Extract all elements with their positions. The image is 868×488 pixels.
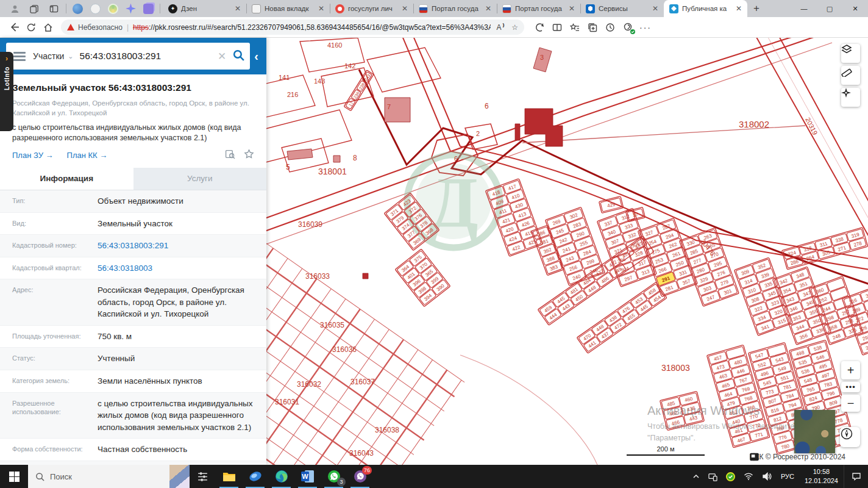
plan-zu-link[interactable]: План ЗУ → bbox=[12, 151, 54, 160]
split-screen-icon[interactable] bbox=[549, 20, 565, 35]
more-tools-button[interactable]: ••• bbox=[841, 382, 860, 392]
close-button[interactable]: ✕ bbox=[842, 0, 868, 17]
read-aloud-icon[interactable]: A❫ bbox=[497, 23, 506, 32]
browser-tab-3[interactable]: Портал госуда ✕ bbox=[413, 0, 497, 17]
map-line bbox=[460, 355, 599, 465]
preview-icon[interactable] bbox=[225, 149, 235, 162]
browser-essentials-icon[interactable] bbox=[532, 20, 547, 35]
favorite-star-icon[interactable]: ☆ bbox=[511, 23, 518, 32]
start-button[interactable] bbox=[0, 465, 28, 488]
parcel-block[interactable]: 324318311338319286264305271278 bbox=[782, 228, 868, 270]
browser-tab-4[interactable]: Портал госуда ✕ bbox=[497, 0, 580, 17]
browser-tab-2[interactable]: госуслуги лич ✕ bbox=[330, 0, 413, 17]
map-canvas[interactable]: Д371423379372374376377378369368364375401… bbox=[266, 38, 868, 465]
ruflag-favicon bbox=[419, 4, 428, 13]
notification-center-icon[interactable] bbox=[844, 465, 868, 488]
search-category[interactable]: Участки bbox=[33, 51, 64, 61]
more-menu-icon[interactable]: ··· bbox=[638, 20, 653, 35]
workspaces-icon[interactable] bbox=[29, 3, 40, 14]
wifi-icon[interactable] bbox=[739, 472, 758, 481]
security-warning-label[interactable]: Небезопасно bbox=[78, 23, 123, 32]
search-icon[interactable] bbox=[232, 49, 245, 64]
history-icon[interactable] bbox=[602, 20, 618, 35]
zoom-out-button[interactable]: − bbox=[841, 395, 860, 412]
tab-close-icon[interactable]: ✕ bbox=[316, 4, 326, 13]
browser-tab-1[interactable]: Новая вкладк ✕ bbox=[246, 0, 330, 17]
refresh-icon[interactable] bbox=[23, 20, 39, 35]
taskbar-app-viber[interactable]: 76 bbox=[347, 465, 373, 488]
maximize-button[interactable]: ▢ bbox=[817, 0, 842, 17]
clock[interactable]: 10:58 12.01.2024 bbox=[799, 467, 844, 486]
taskbar-app-edge[interactable] bbox=[268, 465, 294, 488]
cadastral-map[interactable]: Д371423379372374376377378369368364375401… bbox=[266, 38, 868, 465]
taskbar-app-photos[interactable] bbox=[242, 465, 268, 488]
back-icon[interactable] bbox=[6, 20, 22, 35]
extension-globe-icon[interactable] bbox=[73, 4, 83, 14]
parcel-block[interactable]: 485460482438466443 bbox=[660, 391, 705, 430]
antivirus-icon[interactable] bbox=[722, 472, 739, 481]
collapse-panel-icon[interactable]: ‹ bbox=[250, 49, 264, 63]
plan-kk-link[interactable]: План КК → bbox=[67, 151, 108, 160]
taskbar-app-word[interactable]: W bbox=[294, 465, 321, 488]
collections-icon[interactable] bbox=[585, 20, 600, 35]
language-indicator[interactable]: РУС bbox=[776, 473, 799, 480]
search-input[interactable] bbox=[80, 51, 212, 62]
attribute-value-link[interactable]: 56:43:0318003 bbox=[98, 262, 258, 274]
chevron-down-icon[interactable]: ⌄ bbox=[68, 52, 73, 60]
minimap-satellite-thumbnail[interactable] bbox=[794, 410, 835, 453]
browser-tab-5[interactable]: Сервисы ✕ bbox=[580, 0, 664, 17]
volume-icon[interactable] bbox=[758, 472, 776, 481]
lotinfo-side-tab[interactable]: › LotInfo bbox=[0, 52, 13, 131]
menu-icon[interactable] bbox=[13, 50, 26, 63]
browser-tab-0[interactable]: Дзен ✕ bbox=[163, 0, 246, 17]
parcel-block[interactable]: 3093523143393103353083453223233343203413… bbox=[734, 257, 792, 336]
tray-chevron-icon[interactable] bbox=[688, 473, 704, 480]
layers-button[interactable] bbox=[841, 44, 860, 63]
parcel-cell[interactable] bbox=[726, 346, 745, 359]
cast-device-icon[interactable] bbox=[704, 472, 722, 481]
clear-search-icon[interactable]: ✕ bbox=[218, 50, 226, 63]
zoom-in-button[interactable]: + bbox=[841, 361, 860, 379]
panel-tab-services[interactable]: Услуги bbox=[133, 168, 267, 190]
widgets-thumbnail[interactable] bbox=[169, 465, 190, 488]
tab-actions-icon[interactable] bbox=[48, 3, 59, 14]
extension-squares-icon[interactable] bbox=[143, 4, 154, 14]
extension-leaf-icon[interactable] bbox=[108, 4, 118, 14]
extension-copilot-icon[interactable] bbox=[126, 4, 136, 14]
panel-tab-information[interactable]: Информация bbox=[0, 168, 133, 190]
address-bar[interactable]: Небезопасно | https ://pkk.rosreestr.ru/… bbox=[61, 20, 524, 35]
tab-close-icon[interactable]: ✕ bbox=[400, 4, 410, 13]
attribute-label: Тип: bbox=[12, 195, 98, 207]
sync-status-icon[interactable] bbox=[620, 20, 636, 35]
parcel-cell[interactable] bbox=[827, 278, 845, 292]
favorite-icon[interactable] bbox=[244, 149, 254, 162]
parcel-cell[interactable] bbox=[864, 297, 868, 311]
task-view-button[interactable] bbox=[190, 465, 216, 488]
map-label: 316031 bbox=[275, 398, 299, 406]
extension-circle-icon[interactable] bbox=[90, 4, 101, 14]
tab-close-icon[interactable]: ✕ bbox=[567, 4, 577, 13]
tab-close-icon[interactable]: ✕ bbox=[233, 4, 243, 13]
taskbar-search[interactable]: Поиск bbox=[28, 465, 169, 488]
minimize-button[interactable]: — bbox=[791, 0, 817, 17]
tab-close-icon[interactable]: ✕ bbox=[483, 4, 493, 13]
new-tab-button[interactable]: + bbox=[747, 2, 766, 15]
browser-tab-6[interactable]: Публичная ка ✕ bbox=[664, 0, 747, 17]
tab-close-icon[interactable]: ✕ bbox=[734, 4, 744, 13]
favorites-icon[interactable] bbox=[567, 20, 583, 35]
parcel-block[interactable]: 3272872542942752622532612662502913312813… bbox=[638, 218, 697, 296]
url-text[interactable]: ://pkk.rosreestr.ru/#/search/51.22326707… bbox=[149, 23, 491, 32]
home-icon[interactable] bbox=[40, 20, 56, 35]
taskbar-app-explorer[interactable] bbox=[216, 465, 242, 488]
panel-tabs: ИнформацияУслуги bbox=[0, 168, 266, 190]
tab-close-icon[interactable]: ✕ bbox=[650, 4, 660, 13]
profile-icon[interactable] bbox=[9, 3, 20, 14]
compass-button[interactable] bbox=[840, 427, 860, 447]
parcel-cell[interactable] bbox=[767, 344, 786, 357]
parcel-block[interactable]: 364375401370396365398399394390 bbox=[395, 249, 450, 307]
attribute-value-link[interactable]: 56:43:0318003:291 bbox=[98, 240, 258, 252]
parcel-block[interactable]: 3302632852652772702802953292763032792473… bbox=[679, 228, 739, 306]
taskbar-app-whatsapp[interactable]: 3 bbox=[321, 465, 347, 488]
locate-point-button[interactable] bbox=[841, 88, 860, 107]
measure-ruler-button[interactable] bbox=[841, 66, 860, 85]
